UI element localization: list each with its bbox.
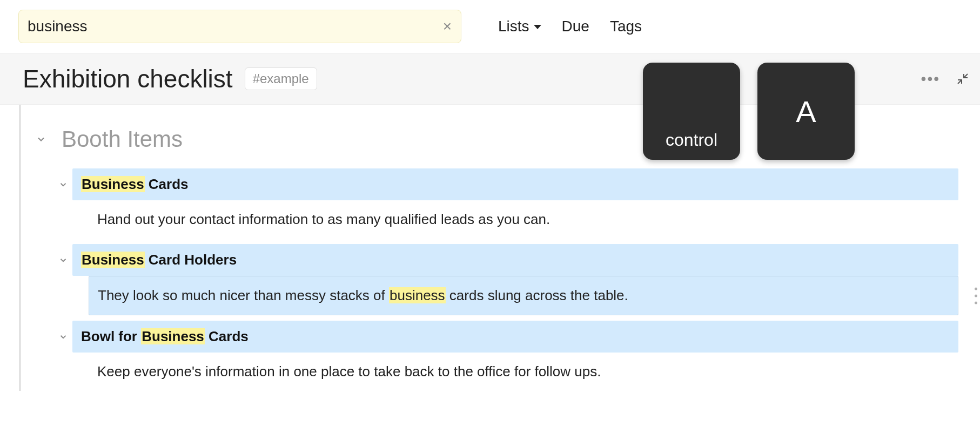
collapse-icon[interactable] [956, 72, 969, 85]
item-list: Business Cards Hand out your contact inf… [54, 168, 958, 391]
filter-tags[interactable]: Tags [610, 18, 642, 35]
item-toggle[interactable] [54, 332, 72, 342]
list-item: Business Card Holders They look so much … [54, 244, 958, 315]
search-highlight: Business [141, 328, 205, 344]
search-highlight: Business [81, 176, 145, 192]
filter-bar: Lists Due Tags [498, 18, 642, 35]
key-control: control [643, 63, 740, 160]
key-a-label: A [796, 94, 816, 129]
gutter-line [19, 105, 21, 391]
filter-lists-label: Lists [498, 18, 529, 35]
item-row[interactable]: Business Card Holders [54, 244, 958, 276]
note-more-icon[interactable] [975, 286, 977, 306]
item-note: Hand out your contact information to as … [89, 200, 958, 239]
list-item: Business Cards Hand out your contact inf… [54, 168, 958, 239]
filter-due-label: Due [562, 18, 589, 35]
filter-tags-label: Tags [610, 18, 642, 35]
item-toggle[interactable] [54, 255, 72, 265]
filter-lists[interactable]: Lists [498, 18, 541, 35]
item-title: Business Cards [72, 168, 958, 200]
search-input[interactable] [18, 10, 461, 43]
key-a: A [757, 63, 855, 160]
item-row[interactable]: Business Cards [54, 168, 958, 200]
item-note: Keep everyone's information in one place… [89, 353, 958, 391]
section: Booth Items Business Cards Hand out your… [22, 126, 980, 391]
item-toggle[interactable] [54, 180, 72, 189]
section-title: Booth Items [62, 126, 183, 152]
caret-down-icon [534, 25, 541, 29]
item-row[interactable]: Bowl for Business Cards [54, 321, 958, 353]
header-actions: ••• [921, 70, 969, 87]
toolbar: × Lists Due Tags [0, 0, 980, 53]
key-control-label: control [666, 130, 717, 150]
item-title: Bowl for Business Cards [72, 321, 958, 353]
tag-badge[interactable]: #example [245, 67, 317, 90]
list-item: Bowl for Business Cards Keep everyone's … [54, 321, 958, 391]
search-wrapper: × [18, 10, 461, 43]
page-title: Exhibition checklist [23, 64, 233, 93]
section-toggle[interactable] [35, 134, 48, 145]
clear-search-icon[interactable]: × [441, 17, 454, 36]
search-highlight: business [389, 287, 446, 303]
filter-due[interactable]: Due [562, 18, 589, 35]
item-title: Business Card Holders [72, 244, 958, 276]
item-note[interactable]: They look so much nicer than messy stack… [89, 276, 958, 315]
more-menu-icon[interactable]: ••• [921, 70, 940, 87]
keyboard-hint: control A [643, 63, 855, 160]
search-highlight: Business [81, 252, 145, 268]
